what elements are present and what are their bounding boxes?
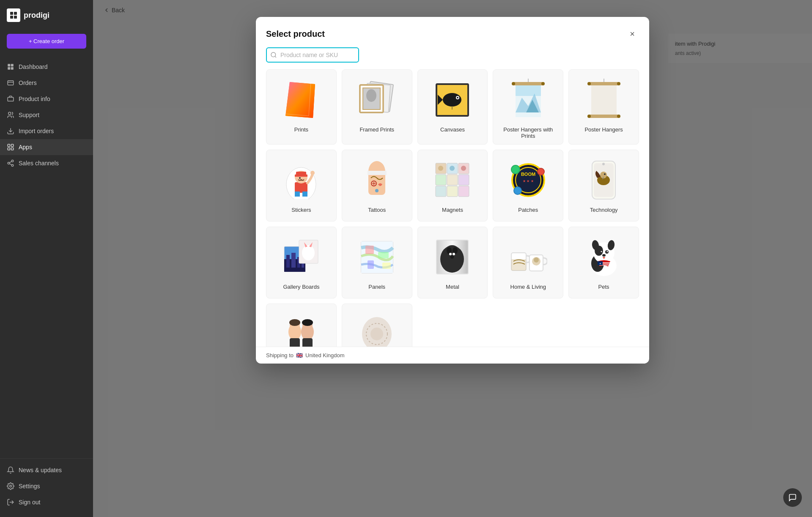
product-label: Poster Hangers <box>584 126 623 133</box>
svg-line-24 <box>275 56 276 57</box>
search-input[interactable] <box>266 47 359 63</box>
product-card-magnets[interactable]: Magnets <box>417 150 488 222</box>
product-label: Framed Prints <box>359 126 394 133</box>
product-card-apparel-1[interactable] <box>266 304 337 347</box>
product-card-tattoos[interactable]: Tattoos <box>342 150 412 222</box>
sidebar-item-support[interactable]: Support <box>0 107 93 123</box>
main-content: Back Select product × <box>93 0 812 517</box>
product-card-patches[interactable]: BOOM ★ ★ ★ Patches <box>493 150 563 222</box>
svg-point-44 <box>512 82 515 85</box>
logo-text: prodigi <box>24 11 49 20</box>
svg-point-57 <box>617 115 620 118</box>
tattoos-illustration <box>359 159 395 201</box>
poster-hanger-print-illustration <box>511 79 545 121</box>
product-image-framed <box>347 77 407 123</box>
sidebar-item-import-orders[interactable]: Import orders <box>0 123 93 139</box>
sidebar-item-apps[interactable]: Apps <box>0 139 93 155</box>
svg-rect-0 <box>10 12 13 15</box>
product-image-prints <box>272 77 331 123</box>
sidebar-item-label: Support <box>19 112 39 118</box>
svg-rect-2 <box>10 16 13 19</box>
sidebar-item-label: Sign out <box>19 499 40 506</box>
product-card-technology[interactable]: Technology <box>568 150 639 222</box>
svg-rect-109 <box>378 252 389 258</box>
svg-point-147 <box>302 319 313 326</box>
product-label: Prints <box>294 126 308 133</box>
product-label: Panels <box>368 284 385 290</box>
svg-point-66 <box>299 177 301 179</box>
search-wrapper <box>266 47 359 63</box>
logo-icon <box>7 8 20 22</box>
modal-footer: Shipping to 🇬🇧 United Kingdom <box>256 347 649 364</box>
product-label: Poster Hangers with Prints <box>498 126 558 139</box>
product-card-gallery-boards[interactable]: Gallery Boards <box>266 227 337 298</box>
modal-body: Prints <box>256 69 649 347</box>
sidebar-item-dashboard[interactable]: Dashboard <box>0 59 93 75</box>
svg-line-19 <box>9 164 11 165</box>
product-card-poster-hangers-prints[interactable]: Poster Hangers with Prints <box>493 69 563 145</box>
svg-point-117 <box>449 253 452 255</box>
product-card-poster-hangers[interactable]: Poster Hangers <box>568 69 639 145</box>
svg-point-52 <box>587 82 591 85</box>
sidebar-item-label: Apps <box>19 144 32 150</box>
sidebar-bottom: News & updates Settings Sign out <box>0 458 93 517</box>
sidebar-item-product-info[interactable]: Product info <box>0 91 93 107</box>
sidebar-item-news[interactable]: News & updates <box>0 462 93 478</box>
svg-point-90 <box>538 168 544 175</box>
svg-rect-110 <box>368 260 374 269</box>
svg-rect-111 <box>382 263 391 269</box>
product-image-stickers <box>272 157 331 203</box>
sidebar-item-sales-channels[interactable]: Sales channels <box>0 155 93 171</box>
product-image-gallery-boards <box>272 234 331 280</box>
svg-rect-62 <box>302 191 307 197</box>
product-card-apparel-2[interactable] <box>342 304 412 347</box>
svg-rect-14 <box>8 148 10 150</box>
sidebar-item-signout[interactable]: Sign out <box>0 494 93 510</box>
svg-point-105 <box>302 245 315 260</box>
product-card-prints[interactable]: Prints <box>266 69 337 145</box>
product-card-stickers[interactable]: Stickers <box>266 150 337 222</box>
svg-rect-43 <box>513 82 543 85</box>
svg-rect-149 <box>302 338 313 347</box>
svg-rect-49 <box>516 85 541 96</box>
product-label: Magnets <box>442 207 463 213</box>
product-card-metal[interactable]: Metal <box>417 227 488 298</box>
sidebar-item-orders[interactable]: Orders <box>0 75 93 91</box>
poster-hanger-illustration <box>587 79 621 121</box>
svg-point-97 <box>602 163 605 165</box>
svg-rect-60 <box>295 182 307 193</box>
product-label: Technology <box>590 207 618 213</box>
svg-point-41 <box>457 97 458 98</box>
home-living-illustration <box>509 238 547 276</box>
product-image-poster-hangers <box>574 77 634 123</box>
product-card-home-living[interactable]: Home & Living <box>493 227 563 298</box>
chat-button[interactable] <box>783 488 802 507</box>
svg-rect-77 <box>447 175 458 185</box>
metal-illustration <box>434 238 470 276</box>
product-label: Home & Living <box>510 284 546 290</box>
modal-close-button[interactable]: × <box>625 27 639 41</box>
svg-point-84 <box>461 166 466 171</box>
product-card-framed-prints[interactable]: Framed Prints <box>342 69 412 145</box>
sidebar-item-settings[interactable]: Settings <box>0 478 93 494</box>
stickers-illustration <box>282 161 320 199</box>
product-card-panels[interactable]: Panels <box>342 227 412 298</box>
sidebar: prodigi + Create order Dashboard Orders … <box>0 0 93 517</box>
technology-illustration <box>588 159 620 201</box>
svg-rect-148 <box>290 338 300 347</box>
svg-rect-108 <box>365 246 374 254</box>
product-card-canvases[interactable]: ! Canvases <box>417 69 488 145</box>
product-label: Pets <box>598 284 609 290</box>
product-card-pets[interactable]: ★ Pets <box>568 227 639 298</box>
svg-point-119 <box>450 255 454 259</box>
sidebar-item-label: Orders <box>19 79 37 86</box>
svg-rect-8 <box>8 81 14 85</box>
svg-point-18 <box>11 164 14 167</box>
sidebar-item-label: Product info <box>19 96 50 102</box>
search-icon <box>270 52 277 58</box>
product-label: Metal <box>446 284 459 290</box>
product-label: Stickers <box>291 207 311 213</box>
sidebar-nav: Dashboard Orders Product info Support Im… <box>0 55 93 458</box>
create-order-button[interactable]: + Create order <box>7 34 86 49</box>
svg-point-134 <box>601 251 602 252</box>
